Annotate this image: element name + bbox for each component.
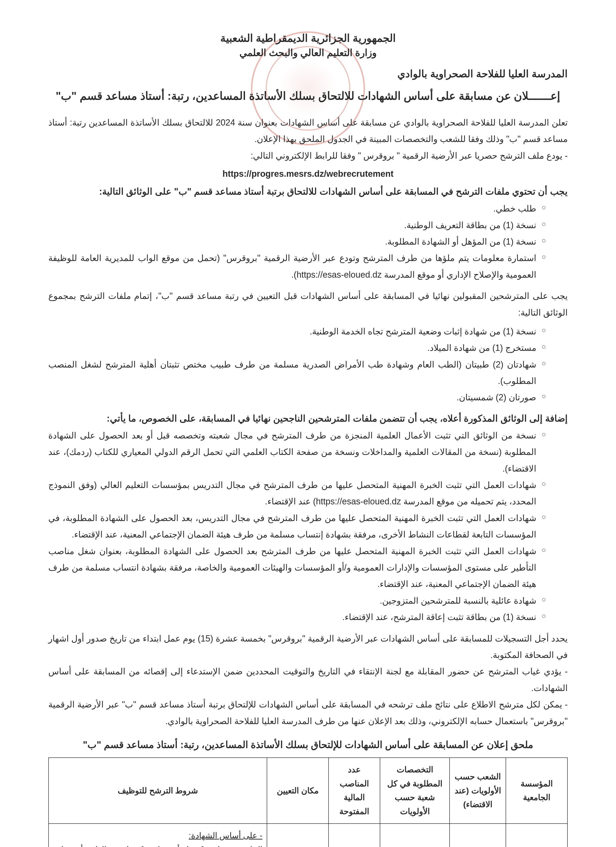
req-item: استمارة معلومات يتم ملؤها من طرف المترشح… [48, 250, 546, 283]
final-item: مستخرج (1) من شهادة الميلاد. [48, 340, 546, 356]
requirements-list: طلب خطي. نسخة (1) من بطاقة التعريف الوطن… [48, 201, 568, 283]
successful-candidates-header: إضافة إلى الوثائق المذكورة أعلاه، يجب أن… [48, 413, 568, 424]
requirements-header: يجب أن تحتوي ملفات الترشح في المسابقة عل… [48, 186, 568, 197]
announcement-title: إعـــــــلان عن مسابقة على أساس الشهادات… [48, 89, 568, 102]
table-row: المدرسة العليا للفلاحة الصحراوية بالوادي… [49, 823, 567, 847]
success-item: شهادات العمل التي تثبت الخبرة المهنية ال… [48, 477, 546, 510]
intro-paragraph-2: - يودع ملف الترشح حصريا عبر الأرضية الرق… [48, 148, 568, 164]
note-absence: - يؤدي غياب المترشح عن حضور المقابلة مع … [48, 663, 568, 696]
table-header-row: المؤسسة الجامعية الشعب حسب الأولويات (عن… [49, 758, 567, 823]
req-item: نسخة (1) من المؤهل أو الشهادة المطلوبة. [48, 233, 546, 250]
final-item: صورتان (2) شمسيتان. [48, 389, 546, 406]
th-institution: المؤسسة الجامعية [506, 758, 567, 823]
annex-title: ملحق إعلان عن المسابقة على أساس الشهادات… [48, 739, 568, 750]
th-posts: عدد المناصب المالية المفتوحة [328, 758, 380, 823]
note-results: - يمكن لكل مترشح الاطلاع على نتائج ملف ت… [48, 696, 568, 729]
final-item: شهادتان (2) طبيتان (الطب العام وشهادة طب… [48, 356, 546, 390]
cond-text-1: الحائزون شهادة دكتوراه أو شهادة دكتوراه … [53, 843, 262, 847]
cond-lead-1: - على أساس الشهادة: [189, 831, 262, 840]
success-item: شهادة عائلية بالنسبة للمترشحين المتزوجين… [48, 593, 546, 609]
platform-link: https://progres.mesrs.dz/webrecrutement [48, 169, 568, 179]
republic-line: الجمهورية الجزائرية الديمقراطية الشعبية [48, 32, 568, 44]
cell-institution: المدرسة العليا للفلاحة الصحراوية بالوادي [506, 823, 567, 847]
cell-posts: 1 [328, 823, 380, 847]
th-conditions: شروط الترشح للتوظيف [49, 758, 267, 823]
ministry-line: وزارة التعليم العالي والبحث العلمي [48, 47, 568, 58]
cell-spec: كل التخصصات [380, 823, 449, 847]
deadline-notes: يحدد أجل التسجيلات للمسابقة على أساس الش… [48, 630, 568, 729]
school-line: المدرسة العليا للفلاحة الصحراوية بالوادي [48, 68, 568, 80]
final-file-list: نسخة (1) من شهادة إثبات وضعية المترشح تج… [48, 323, 568, 406]
annex-table: المؤسسة الجامعية الشعب حسب الأولويات (عن… [48, 757, 568, 847]
th-branch: الشعب حسب الأولويات (عند الاقتضاء) [449, 758, 506, 823]
document-page: الجمهورية الجزائرية الديمقراطية الشعبية … [0, 0, 616, 847]
note-deadline: يحدد أجل التسجيلات للمسابقة على أساس الش… [48, 630, 568, 664]
cell-location: المدرسة العليا للفلاحة الصحراوية بالوادي [267, 823, 328, 847]
successful-candidates-list: نسخة من الوثائق التي تثبت الأعمال العلمي… [48, 427, 568, 626]
cell-conditions: - على أساس الشهادة: الحائزون شهادة دكتور… [49, 823, 267, 847]
th-location: مكان التعيين [267, 758, 328, 823]
intro-paragraph-1: تعلن المدرسة العليا للفلاحة الصحراوية با… [48, 114, 568, 148]
final-file-intro: يجب على المترشحين المقبولين نهائيا في ال… [48, 288, 568, 321]
th-spec: التخصصات المطلوبة في كل شعبة حسب الأولوي… [380, 758, 449, 823]
success-item: نسخة من الوثائق التي تثبت الأعمال العلمي… [48, 427, 546, 477]
cell-branch: كيمياء [449, 823, 506, 847]
final-item: نسخة (1) من شهادة إثبات وضعية المترشح تج… [48, 323, 546, 340]
success-item: شهادات العمل التي تثبت الخبرة المهنية ال… [48, 543, 546, 593]
req-item: طلب خطي. [48, 201, 546, 217]
req-item: نسخة (1) من بطاقة التعريف الوطنية. [48, 217, 546, 233]
success-item: شهادات العمل التي تثبت الخبرة المهنية ال… [48, 510, 546, 543]
success-item: نسخة (1) من بطاقة تثبت إعاقة المترشح، عن… [48, 609, 546, 625]
